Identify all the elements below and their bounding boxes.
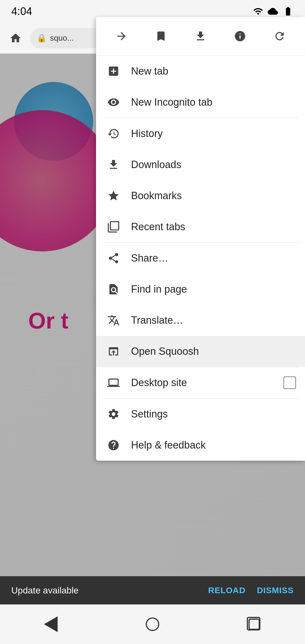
update-message: Update available (11, 585, 79, 596)
bookmark-button[interactable] (150, 25, 172, 47)
new-tab-label: New tab (131, 65, 296, 77)
share-icon (105, 250, 122, 267)
update-actions: RELOAD DISMISS (208, 586, 294, 595)
open-squoosh-icon (105, 343, 122, 360)
menu-item-history[interactable]: History (96, 118, 305, 149)
reload-button[interactable]: RELOAD (208, 586, 246, 595)
desktop-site-label: Desktop site (131, 377, 284, 389)
nav-bar (0, 604, 305, 644)
menu-item-desktop-site[interactable]: Desktop site (96, 367, 305, 398)
signal-icon (253, 6, 263, 16)
menu-toolbar (96, 17, 305, 56)
incognito-icon (105, 94, 122, 111)
back-icon (44, 616, 58, 632)
open-squoosh-label: Open Squoosh (131, 345, 296, 357)
menu-item-recent-tabs[interactable]: Recent tabs (96, 211, 305, 242)
help-feedback-icon (105, 437, 122, 454)
menu-item-settings[interactable]: Settings (96, 399, 305, 430)
nav-recents-button[interactable] (240, 610, 268, 638)
download-button[interactable] (189, 25, 212, 47)
status-icons (253, 6, 294, 16)
info-button[interactable] (229, 25, 251, 47)
battery-icon (282, 6, 294, 16)
recent-tabs-label: Recent tabs (131, 221, 296, 233)
lock-icon: 🔒 (37, 33, 47, 43)
menu-item-find-in-page[interactable]: Find in page (96, 274, 305, 305)
home-button[interactable] (6, 28, 25, 48)
bookmarks-icon (105, 187, 122, 204)
help-feedback-label: Help & feedback (131, 439, 296, 451)
nav-back-button[interactable] (37, 610, 65, 638)
share-label: Share… (131, 252, 296, 264)
history-icon (105, 125, 122, 142)
downloads-label: Downloads (131, 159, 296, 171)
refresh-button[interactable] (268, 25, 291, 47)
menu-item-new-tab[interactable]: New tab (96, 56, 305, 87)
menu-item-help-feedback[interactable]: Help & feedback (96, 430, 305, 461)
translate-icon (105, 312, 122, 329)
nav-home-button[interactable] (138, 610, 167, 638)
recent-tabs-icon (105, 218, 122, 235)
dismiss-button[interactable]: DISMISS (257, 586, 294, 595)
settings-label: Settings (131, 408, 296, 420)
wifi-icon (268, 6, 278, 16)
history-label: History (131, 128, 296, 140)
home-icon (146, 617, 159, 631)
menu-item-bookmarks[interactable]: Bookmarks (96, 180, 305, 211)
settings-icon (105, 406, 122, 423)
bookmarks-label: Bookmarks (131, 190, 296, 202)
menu-item-open-squoosh[interactable]: Open Squoosh (96, 336, 305, 367)
recents-icon (249, 619, 260, 630)
menu-item-new-incognito-tab[interactable]: New Incognito tab (96, 87, 305, 118)
desktop-site-checkbox[interactable] (284, 377, 296, 389)
find-in-page-icon (105, 281, 122, 298)
desktop-site-icon (105, 374, 122, 391)
update-bar: Update available RELOAD DISMISS (0, 576, 305, 604)
new-incognito-tab-label: New Incognito tab (131, 96, 296, 108)
menu-item-translate[interactable]: Translate… (96, 305, 305, 336)
forward-button[interactable] (110, 25, 133, 47)
menu-item-share[interactable]: Share… (96, 243, 305, 274)
find-in-page-label: Find in page (131, 283, 296, 295)
new-tab-icon (105, 63, 122, 80)
translate-label: Translate… (131, 314, 296, 326)
downloads-icon (105, 156, 122, 173)
status-time: 4:04 (11, 5, 32, 18)
menu-item-downloads[interactable]: Downloads (96, 149, 305, 180)
dropdown-menu: New tab New Incognito tab History Downlo… (96, 17, 305, 461)
